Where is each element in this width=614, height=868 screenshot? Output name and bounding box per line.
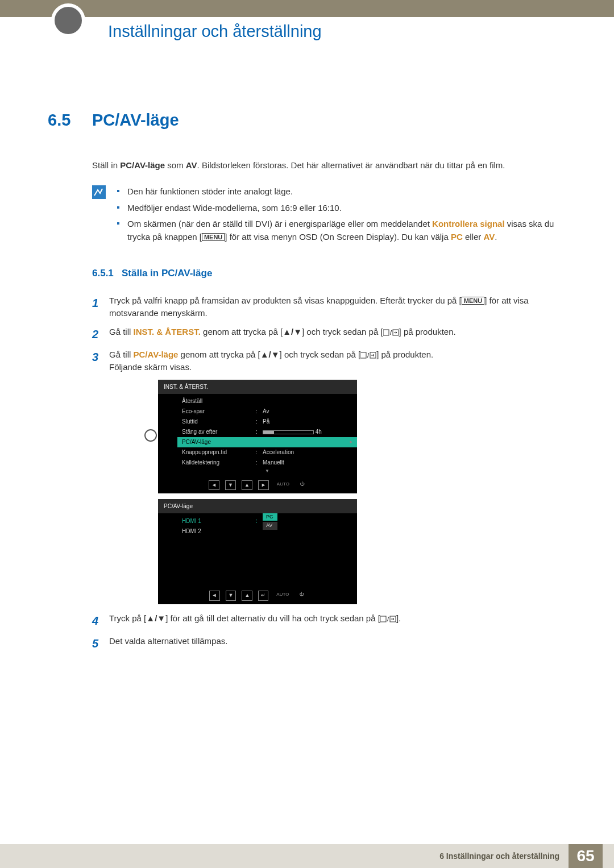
osd-row: Stäng av efter: 4h bbox=[177, 427, 357, 437]
text: Följande skärm visas. bbox=[109, 362, 192, 372]
highlight-text: PC bbox=[451, 232, 463, 242]
osd-label: Knappupprepn.tid bbox=[182, 448, 256, 456]
svg-text:/: / bbox=[390, 329, 392, 336]
osd-slider-value: 4h bbox=[263, 427, 352, 436]
text: ]. bbox=[396, 613, 401, 623]
page-number: 65 bbox=[569, 844, 603, 868]
step-body: Gå till PC/AV-läge genom att trycka på [… bbox=[109, 348, 571, 374]
step-item: 5 Det valda alternativet tillämpas. bbox=[92, 635, 571, 652]
osd-label: PC/AV-läge bbox=[182, 438, 256, 446]
highlight-text: AV bbox=[484, 232, 495, 242]
slider-icon bbox=[263, 430, 314, 434]
rect-enter-icon: / bbox=[380, 616, 396, 622]
osd-value: 4h bbox=[316, 429, 322, 435]
steps-list: 1 Tryck på valfri knapp på framsidan av … bbox=[92, 294, 571, 374]
menu-button-label: MENU bbox=[202, 233, 225, 241]
up-down-icon: ▲/▼ bbox=[260, 350, 280, 359]
osd-label: Eco-spar bbox=[182, 407, 256, 416]
step-number: 1 bbox=[92, 294, 109, 320]
step-item: 2 Gå till INST. & ÅTERST. genom att tryc… bbox=[92, 326, 571, 343]
text: ] på produkten. bbox=[376, 350, 433, 359]
text: Tryck på valfri knapp på framsidan av pr… bbox=[109, 296, 462, 305]
step-item: 4 Tryck på [▲/▼] för att gå till det alt… bbox=[92, 612, 571, 629]
step-body: Gå till INST. & ÅTERST. genom att trycka… bbox=[109, 326, 571, 343]
osd-row: HDMI 1: PC AV bbox=[177, 516, 357, 526]
step-number: 5 bbox=[92, 635, 109, 652]
top-color-bar bbox=[0, 0, 614, 17]
step-body: Det valda alternativet tillämpas. bbox=[109, 635, 571, 652]
step-item: 3 Gå till PC/AV-läge genom att trycka på… bbox=[92, 348, 571, 374]
power-icon: ⏻ bbox=[297, 480, 306, 491]
osd-row: Återställ bbox=[177, 396, 357, 406]
osd-screenshots: INST. & ÅTERST. Återställ Eco-spar:Av Sl… bbox=[158, 380, 571, 604]
osd-row: Sluttid:På bbox=[177, 417, 357, 427]
steps-list-cont: 4 Tryck på [▲/▼] för att gå till det alt… bbox=[92, 612, 571, 652]
note-item: Den här funktionen stöder inte analogt l… bbox=[114, 185, 571, 198]
chapter-title: Inställningar och återställning bbox=[108, 19, 322, 44]
note-block: Den här funktionen stöder inte analogt l… bbox=[92, 185, 571, 247]
nav-right-icon: ► bbox=[258, 480, 269, 491]
option-pill-selected: PC bbox=[263, 513, 277, 521]
section-title: PC/AV-läge bbox=[92, 108, 179, 133]
chevron-down-icon: ▼ bbox=[177, 468, 357, 476]
osd-value: Av bbox=[263, 407, 352, 416]
osd-row: Eco-spar:Av bbox=[177, 406, 357, 417]
up-down-icon: ▲/▼ bbox=[146, 613, 165, 623]
svg-rect-1 bbox=[383, 330, 389, 335]
osd-label: HDMI 2 bbox=[182, 527, 256, 535]
text: ] och tryck sedan på [ bbox=[302, 327, 383, 337]
subsection-title: Ställa in PC/AV-läge bbox=[122, 266, 212, 281]
subsection-heading: 6.5.1 Ställa in PC/AV-läge bbox=[92, 266, 571, 281]
osd-value: Acceleration bbox=[263, 448, 352, 456]
note-item: Om skärmen (när den är ställd till DVI) … bbox=[114, 218, 571, 243]
gear-icon bbox=[144, 429, 157, 442]
text: . Bildstorleken förstoras. Det här alter… bbox=[197, 160, 505, 170]
footer-margin bbox=[603, 844, 614, 868]
text: Ställ in bbox=[92, 160, 120, 170]
highlight-text: Kontrollera signal bbox=[432, 219, 505, 229]
osd-menu-1: INST. & ÅTERST. Återställ Eco-spar:Av Sl… bbox=[158, 380, 357, 494]
highlight-text: INST. & ÅTERST. bbox=[134, 327, 201, 337]
text: som bbox=[165, 160, 186, 170]
svg-rect-7 bbox=[380, 616, 386, 622]
osd-label: Återställ bbox=[182, 397, 256, 405]
svg-text:/: / bbox=[387, 616, 389, 622]
text: Gå till bbox=[109, 350, 134, 359]
page-footer: 6 Inställningar och återställning 65 bbox=[0, 844, 614, 868]
osd-value: På bbox=[263, 417, 352, 426]
nav-up-icon: ▲ bbox=[242, 591, 252, 601]
osd-label: Källdetektering bbox=[182, 458, 256, 467]
svg-text:/: / bbox=[367, 352, 370, 359]
text: genom att trycka på [ bbox=[201, 327, 283, 337]
auto-label: AUTO bbox=[275, 480, 292, 491]
osd-nav-bar: ◄ ▼ ▲ ► AUTO ⏻ bbox=[158, 477, 357, 493]
osd-row-selected: PC/AV-läge► bbox=[177, 437, 357, 447]
intro-paragraph: Ställ in PC/AV-läge som AV. Bildstorleke… bbox=[92, 159, 571, 172]
osd-row: Knappupprepn.tid:Acceleration bbox=[177, 447, 357, 458]
bold-term: PC/AV-läge bbox=[120, 160, 165, 170]
bold-term: AV bbox=[186, 160, 197, 170]
osd-value: Manuellt bbox=[263, 458, 352, 467]
osd-row: Källdetektering:Manuellt bbox=[177, 458, 357, 468]
chapter-badge-icon bbox=[51, 3, 85, 38]
osd-value: PC AV bbox=[263, 512, 352, 530]
step-body: Tryck på valfri knapp på framsidan av pr… bbox=[109, 294, 571, 320]
section-number: 6.5 bbox=[48, 108, 92, 133]
chevron-right-icon: ► bbox=[349, 439, 354, 446]
nav-down-icon: ▼ bbox=[225, 480, 236, 491]
text: . bbox=[495, 232, 497, 242]
nav-down-icon: ▼ bbox=[226, 591, 237, 601]
step-number: 2 bbox=[92, 326, 109, 343]
nav-left-icon: ◄ bbox=[209, 591, 220, 601]
text: Tryck på [ bbox=[109, 613, 146, 623]
menu-button-label: MENU bbox=[462, 297, 484, 305]
note-list: Den här funktionen stöder inte analogt l… bbox=[114, 185, 571, 247]
text: eller bbox=[463, 232, 484, 242]
note-item: Medföljer endast Wide-modellerna, som 16… bbox=[114, 202, 571, 215]
footer-chapter-label: 6 Inställningar och återställning bbox=[0, 844, 569, 868]
subsection-number: 6.5.1 bbox=[92, 266, 122, 281]
text: ] och tryck sedan på [ bbox=[280, 350, 361, 359]
nav-left-icon: ◄ bbox=[209, 480, 219, 491]
step-item: 1 Tryck på valfri knapp på framsidan av … bbox=[92, 294, 571, 320]
text: Gå till bbox=[109, 327, 134, 337]
